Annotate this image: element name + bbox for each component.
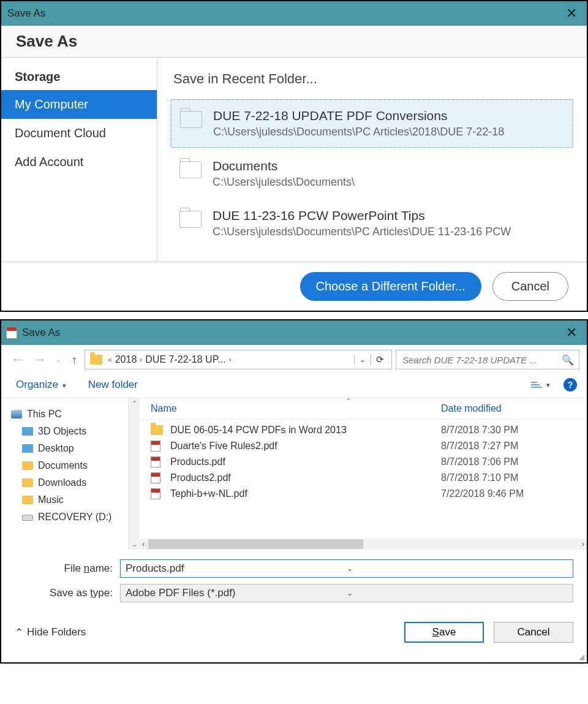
filename-input[interactable]: Products.pdf ⌄ xyxy=(120,559,573,578)
body: Storage My Computer Document Cloud Add A… xyxy=(1,58,587,262)
file-row[interactable]: Tephi-b+w-NL.pdf7/22/2018 9:46 PM xyxy=(140,486,587,502)
sidebar-item-document-cloud[interactable]: Document Cloud xyxy=(1,119,157,148)
recent-folder-item[interactable]: DUE 7-22-18 UPDATE PDF Conversions C:\Us… xyxy=(171,99,573,148)
chevron-left-icon[interactable]: « xyxy=(105,355,115,364)
recent-folder-path: C:\Users\julesds\Documents\PC Articles\D… xyxy=(213,225,565,238)
close-icon[interactable]: ✕ xyxy=(562,6,581,21)
tree-item[interactable]: This PC xyxy=(9,406,126,423)
organize-label: Organize xyxy=(16,379,58,390)
horizontal-scrollbar[interactable]: ‹ › xyxy=(140,539,587,550)
chevron-down-icon[interactable]: ⌄ xyxy=(347,564,568,573)
save-button[interactable]: Save xyxy=(404,622,484,643)
scroll-up-icon[interactable]: ⌃ xyxy=(132,399,137,407)
tree-item[interactable]: RECOVERY (D:) xyxy=(9,509,126,526)
chevron-right-icon: › xyxy=(137,355,145,364)
organize-menu[interactable]: Organize ▾ xyxy=(16,379,66,391)
recent-folder-item[interactable]: DUE 11-23-16 PCW PowerPoint Tips C:\User… xyxy=(171,200,573,247)
file-row[interactable]: Duarte's Five Rules2.pdf8/7/2018 7:27 PM xyxy=(140,438,587,454)
nav-row: ← → ⌄ ↑ « 2018 › DUE 7-22-18 UP... › ⌄ ⟳… xyxy=(1,345,587,374)
choose-folder-button[interactable]: Choose a Different Folder... xyxy=(300,272,481,301)
folder-icon xyxy=(179,211,202,228)
filename-value: Products.pdf xyxy=(126,562,347,575)
folder-icon xyxy=(151,425,164,435)
help-icon[interactable]: ? xyxy=(564,378,577,392)
scroll-left-icon[interactable]: ‹ xyxy=(142,540,145,548)
list-view-icon xyxy=(531,380,542,389)
page-title: Save As xyxy=(16,32,572,51)
scrollbar-thumb[interactable] xyxy=(148,539,363,549)
file-row[interactable]: Products2.pdf8/7/2018 7:10 PM xyxy=(140,470,587,486)
history-dropdown-icon[interactable]: ⌄ xyxy=(53,355,64,364)
file-list-header[interactable]: ⌃ Name Date modified xyxy=(140,398,587,420)
cancel-button[interactable]: Cancel xyxy=(492,272,568,301)
pdf-file-icon xyxy=(151,472,164,483)
search-box[interactable]: 🔍 xyxy=(396,350,579,369)
file-date: 8/7/2018 7:06 PM xyxy=(441,456,576,467)
tree-item[interactable]: Music xyxy=(9,491,126,509)
save-as-explorer-window: Save As ✕ ← → ⌄ ↑ « 2018 › DUE 7-22-18 U… xyxy=(0,319,588,664)
file-row[interactable]: Products.pdf8/7/2018 7:06 PM xyxy=(140,454,587,470)
view-mode-button[interactable]: ▾ xyxy=(527,379,554,390)
titlebar: Save As ✕ xyxy=(1,1,587,26)
disk-icon xyxy=(22,515,33,521)
toolbar: Organize ▾ New folder ▾ ? xyxy=(1,374,587,398)
scroll-right-icon[interactable]: › xyxy=(582,540,584,548)
recent-folder-item[interactable]: Documents C:\Users\julesds\Documents\ xyxy=(171,150,573,197)
file-row[interactable]: DUE 06-05-14 PCW PDFs in Word 20138/7/20… xyxy=(140,422,587,438)
sidebar-item-my-computer[interactable]: My Computer xyxy=(1,90,157,119)
chevron-down-icon[interactable]: ⌄ xyxy=(347,589,568,597)
folder-icon xyxy=(179,161,202,178)
up-icon[interactable]: ↑ xyxy=(67,353,81,367)
scroll-down-icon[interactable]: ⌄ xyxy=(132,540,137,548)
savetype-value: Adobe PDF Files (*.pdf) xyxy=(126,587,347,599)
file-list-body: DUE 06-05-14 PCW PDFs in Word 20138/7/20… xyxy=(140,420,587,539)
footer: Choose a Different Folder... Cancel xyxy=(1,262,587,311)
tree-item[interactable]: 3D Objects xyxy=(9,423,126,440)
file-list: ⌃ Name Date modified DUE 06-05-14 PCW PD… xyxy=(140,398,587,550)
file-date: 7/22/2018 9:46 PM xyxy=(441,488,576,499)
explorer: This PC3D ObjectsDesktopDocumentsDownloa… xyxy=(1,398,587,550)
file-name: Tephi-b+w-NL.pdf xyxy=(170,488,441,499)
folder-tree: This PC3D ObjectsDesktopDocumentsDownloa… xyxy=(1,398,129,550)
back-icon[interactable]: ← xyxy=(9,352,27,368)
breadcrumb-segment[interactable]: 2018 xyxy=(115,354,137,365)
hide-folders-button[interactable]: ⌃ Hide Folders xyxy=(15,626,86,639)
tree-item[interactable]: Downloads xyxy=(9,474,126,491)
cancel-button[interactable]: Cancel xyxy=(494,622,573,643)
tree-item[interactable]: Desktop xyxy=(9,440,126,457)
savetype-label: Save as type: xyxy=(15,587,120,599)
breadcrumb-dropdown-icon[interactable]: ⌄ xyxy=(354,355,371,364)
savetype-dropdown[interactable]: Adobe PDF Files (*.pdf) ⌄ xyxy=(120,584,573,602)
resize-grip-icon[interactable]: ◢ xyxy=(1,653,587,662)
file-date: 8/7/2018 7:30 PM xyxy=(441,425,576,436)
search-icon[interactable]: 🔍 xyxy=(562,354,574,366)
folder-icon xyxy=(22,479,33,487)
folder-icon xyxy=(22,496,33,504)
refresh-icon[interactable]: ⟳ xyxy=(371,354,389,365)
forward-icon[interactable]: → xyxy=(31,352,49,368)
file-name: Products.pdf xyxy=(170,456,441,467)
column-date[interactable]: Date modified xyxy=(441,403,576,414)
search-input[interactable] xyxy=(401,354,562,366)
tree-item[interactable]: Documents xyxy=(9,457,126,474)
breadcrumb[interactable]: « 2018 › DUE 7-22-18 UP... › ⌄ ⟳ xyxy=(85,350,392,369)
folder-icon xyxy=(22,444,33,453)
tree-item-label: 3D Objects xyxy=(38,426,86,437)
filename-label: File name: xyxy=(15,562,120,575)
storage-heading: Storage xyxy=(1,64,157,90)
folder-icon xyxy=(22,461,33,470)
recent-folder-path: C:\Users\julesds\Documents\ xyxy=(213,176,565,189)
window-title: Save As xyxy=(22,327,562,339)
folder-icon xyxy=(22,427,33,436)
file-date: 8/7/2018 7:27 PM xyxy=(441,441,576,452)
breadcrumb-segment[interactable]: DUE 7-22-18 UP... xyxy=(145,354,225,365)
file-name: DUE 06-05-14 PCW PDFs in Word 2013 xyxy=(170,425,441,436)
new-folder-button[interactable]: New folder xyxy=(88,379,138,391)
tree-scrollbar[interactable]: ⌃ ⌄ xyxy=(129,398,140,550)
sidebar-item-add-account[interactable]: Add Account xyxy=(1,148,157,176)
close-icon[interactable]: ✕ xyxy=(562,325,581,341)
sidebar: Storage My Computer Document Cloud Add A… xyxy=(1,58,157,262)
titlebar: Save As ✕ xyxy=(1,320,587,345)
column-name[interactable]: Name xyxy=(151,403,441,414)
footer: ⌃ Hide Folders Save Cancel xyxy=(1,615,587,653)
